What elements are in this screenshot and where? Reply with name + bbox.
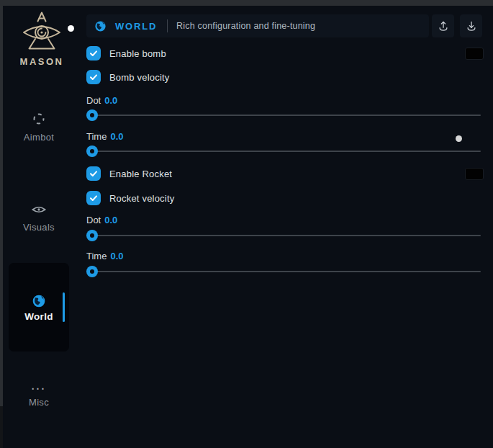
- slider-value: 0.0: [104, 215, 117, 225]
- checkbox-label: Enable bomb: [109, 48, 166, 59]
- mason-menu-window: MASON Aimbot Visuals World ..: [3, 6, 493, 448]
- bomb-time-slider[interactable]: [86, 145, 481, 157]
- enable-bomb-row: Enable bomb: [86, 46, 484, 61]
- slider-knob[interactable]: [86, 230, 98, 241]
- brand-text: MASON: [17, 56, 66, 67]
- page-header: WORLD Rich configuration and fine-tuning: [86, 14, 429, 37]
- rocket-velocity-checkbox[interactable]: [86, 191, 101, 205]
- slider-knob[interactable]: [86, 266, 98, 277]
- slider-value: 0.0: [110, 131, 123, 142]
- bomb-velocity-row: Bomb velocity: [86, 70, 484, 84]
- slider-value: 0.0: [104, 95, 117, 106]
- bomb-color-swatch[interactable]: [465, 48, 484, 60]
- slider-knob[interactable]: [86, 109, 98, 121]
- slider-track[interactable]: [86, 115, 481, 116]
- slider-name: Dot: [86, 95, 101, 106]
- cursor-dot: [68, 25, 74, 32]
- sidebar-item-visuals[interactable]: Visuals: [9, 204, 69, 233]
- export-config-button[interactable]: [432, 14, 454, 37]
- enable-bomb-checkbox[interactable]: [86, 46, 101, 61]
- globe-icon: [94, 20, 107, 32]
- bomb-dot-slider[interactable]: [86, 109, 481, 121]
- checkbox-label: Enable Rocket: [109, 169, 172, 179]
- upload-icon: [437, 19, 450, 32]
- slider-name: Dot: [86, 215, 101, 225]
- checkbox-label: Rocket velocity: [109, 193, 174, 204]
- slider-value: 0.0: [110, 251, 123, 261]
- sidebar-item-label: Aimbot: [24, 132, 54, 143]
- sidebar-item-aimbot[interactable]: Aimbot: [9, 112, 69, 143]
- slider-knob[interactable]: [86, 145, 98, 157]
- mason-logo: MASON: [17, 10, 66, 67]
- rocket-velocity-row: Rocket velocity: [86, 191, 484, 205]
- download-icon: [465, 19, 478, 32]
- sidebar-item-label: Visuals: [23, 222, 55, 233]
- rocket-color-swatch[interactable]: [465, 168, 484, 180]
- slider-name: Time: [86, 131, 107, 142]
- header-divider: [167, 19, 168, 32]
- enable-rocket-checkbox[interactable]: [86, 166, 101, 181]
- rocket-time-slider[interactable]: [86, 266, 481, 277]
- sidebar-item-label: World: [9, 311, 69, 322]
- enable-rocket-row: Enable Rocket: [86, 166, 484, 181]
- globe-icon: [32, 294, 46, 308]
- rocket-dot-slider[interactable]: [86, 230, 481, 241]
- check-icon: [89, 73, 98, 81]
- check-icon: [89, 49, 98, 58]
- slider-track[interactable]: [86, 271, 481, 272]
- mason-eye-pyramid-icon: [19, 10, 65, 52]
- page-subtitle: Rich configuration and fine-tuning: [176, 21, 315, 31]
- bomb-velocity-checkbox[interactable]: [86, 70, 101, 84]
- sidebar-item-misc[interactable]: ... Misc: [9, 383, 69, 408]
- background-top-strip: [0, 0, 493, 6]
- crosshair-icon: [32, 112, 45, 125]
- slider-track[interactable]: [86, 151, 481, 152]
- eye-icon: [32, 204, 46, 215]
- bomb-time-slider-label: Time0.0: [86, 131, 123, 141]
- sidebar: MASON Aimbot Visuals World ..: [3, 6, 81, 448]
- rocket-time-slider-label: Time0.0: [86, 251, 123, 261]
- sidebar-item-world[interactable]: World: [9, 263, 69, 351]
- page-title: WORLD: [115, 21, 157, 32]
- checkbox-label: Bomb velocity: [109, 72, 170, 83]
- slider-name: Time: [86, 251, 107, 261]
- ellipsis-icon: ...: [9, 383, 69, 389]
- active-indicator-bar: [63, 292, 65, 322]
- check-icon: [89, 194, 98, 202]
- slider-track[interactable]: [86, 235, 481, 236]
- particle-dot: [456, 135, 462, 142]
- bomb-dot-slider-label: Dot0.0: [86, 95, 117, 105]
- check-icon: [89, 169, 98, 178]
- rocket-dot-slider-label: Dot0.0: [86, 215, 117, 225]
- import-config-button[interactable]: [460, 14, 482, 37]
- sidebar-item-label: Misc: [29, 397, 49, 408]
